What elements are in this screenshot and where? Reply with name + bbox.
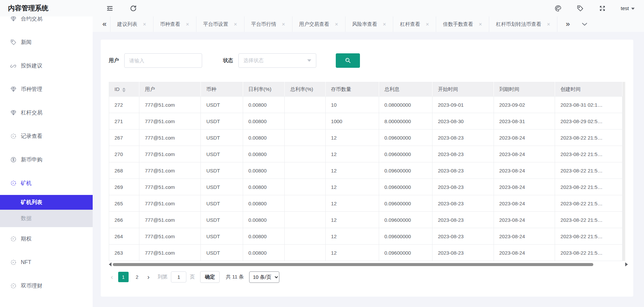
tab-close-icon[interactable]: ✕ [547,22,550,27]
tab-close-icon[interactable]: ✕ [478,22,482,27]
tab-平台币设置[interactable]: 平台币设置✕ [196,16,244,32]
tab-杠杆查看[interactable]: 杠杆查看✕ [393,16,436,32]
sidebar-item-label: 杠杆交易 [21,109,42,116]
sort-carets-icon[interactable] [122,88,126,92]
table-cell: 265 [109,195,139,212]
sidebar-subitem-矿机列表[interactable]: 矿机列表 [0,195,93,210]
column-header-开始时间: 开始时间 [432,82,494,97]
tab-平台币行情[interactable]: 平台币行情✕ [244,16,292,32]
column-header-创建时间: 创建时间 [555,82,623,97]
table-cell: 2023-08-24 [494,179,555,195]
sidebar-item-记录查看[interactable]: 记录查看 [0,124,93,148]
prev-page-button[interactable]: ‹ [109,273,117,281]
tab-风险率查看[interactable]: 风险率查看✕ [345,16,393,32]
page-button-2[interactable]: 2 [132,272,142,282]
search-button[interactable] [336,53,360,68]
table-cell: 2023-08-22 21:5… [555,245,623,261]
tab-close-icon[interactable]: ✕ [425,22,429,27]
page-size-select[interactable]: 10 条/页 [249,271,279,283]
column-header-用户: 用户 [139,82,201,97]
sidebar-item-双币理财[interactable]: 双币理财 [0,274,93,298]
tab-close-icon[interactable]: ✕ [335,22,338,27]
tab-close-icon[interactable]: ✕ [186,22,189,27]
sidebar-item-币种管理[interactable]: 币种管理 [0,78,93,101]
scrollbar-track[interactable] [113,263,624,266]
table-cell: 2023-08-23 [432,228,494,245]
table-cell: 2023-08-22 21:5… [555,195,623,212]
user-menu[interactable]: test [621,5,635,11]
main-area: « 建议列表✕币种查看✕平台币设置✕平台币行情✕用户交易查看✕风险率查看✕杠杆查… [93,16,644,307]
tab-close-icon[interactable]: ✕ [383,22,386,27]
table-cell: 12 [325,162,379,179]
vertical-scrollbar-gutter[interactable] [623,82,625,261]
goto-page-input[interactable] [171,271,186,283]
page-button-1[interactable]: 1 [118,272,129,282]
table-row: 263777@51.comUSDT0.00800120.096000002023… [109,245,623,261]
scroll-right-arrow-icon[interactable] [625,262,628,266]
tab-label: 杠杆币划转法币查看 [496,21,541,28]
column-header-到期时间: 到期时间 [494,82,555,97]
diamond-icon [10,86,17,93]
table-cell: 2023-08-23 [432,179,494,195]
table-row: 271777@51.comUSDT0.0080010008.0000000020… [109,113,623,130]
fullscreen-icon[interactable] [599,5,606,12]
sidebar-item-新闻[interactable]: 新闻 [0,31,93,54]
tab-币种查看[interactable]: 币种查看✕ [153,16,196,32]
table-cell: 0.00800 [243,97,284,113]
tabs-chevron-down-icon[interactable] [580,20,589,29]
tab-close-icon[interactable]: ✕ [143,22,146,27]
table-cell: 2023-08-24 [494,212,555,228]
scrollbar-thumb[interactable] [113,263,593,266]
tabs-scroll-left-icon[interactable]: « [99,20,110,28]
table-cell: 2023-08-24 [494,245,555,261]
horizontal-scrollbar [109,262,628,267]
table-cell [285,146,326,162]
sidebar-item-NFT[interactable]: NFT [0,251,93,274]
sidebar-collapse-icon[interactable] [106,5,113,12]
table-cell: USDT [201,146,243,162]
diamond-icon [10,16,17,22]
tabs-host: 建议列表✕币种查看✕平台币设置✕平台币行情✕用户交易查看✕风险率查看✕杠杆查看✕… [110,16,557,32]
next-page-button[interactable]: › [144,273,153,281]
table-cell [285,245,326,261]
sidebar-subitem-数据[interactable]: 数据 [0,210,93,227]
scroll-left-arrow-icon[interactable] [109,262,111,266]
table-cell [285,195,326,212]
tab-用户交易查看[interactable]: 用户交易查看✕ [292,16,345,32]
tab-建议列表[interactable]: 建议列表✕ [110,16,153,32]
sidebar-item-杠杆交易[interactable]: 杠杆交易 [0,101,93,124]
tab-close-icon[interactable]: ✕ [282,22,285,27]
table-cell: 0.00800 [243,130,284,146]
theme-palette-icon[interactable] [554,5,562,12]
user-filter-input[interactable] [124,53,202,68]
tabs-scroll-right-icon[interactable]: » [562,20,573,28]
table-cell: 268 [109,162,139,179]
tab-倍数手数查看[interactable]: 倍数手数查看✕ [436,16,489,32]
sidebar-item-矿机[interactable]: 矿机 [0,171,93,195]
tab-label: 用户交易查看 [299,21,329,28]
table-cell: USDT [201,212,243,228]
dollar-icon [10,156,17,163]
table-row: 268777@51.comUSDT0.00800120.096000002023… [109,162,623,179]
tab-label: 平台币设置 [203,21,228,28]
table-cell: 2023-08-23 [432,245,494,261]
tab-杠杆币划转法币查看[interactable]: 杠杆币划转法币查看✕ [489,16,557,32]
goto-confirm-button[interactable]: 确定 [200,271,220,283]
sidebar-item-期权[interactable]: 期权 [0,227,93,251]
sidebar-item-新币申购[interactable]: 新币申购 [0,148,93,171]
table-cell: 0.09600000 [379,245,432,261]
tab-close-icon[interactable]: ✕ [234,22,237,27]
sidebar-item-投拆建议[interactable]: 投拆建议 [0,54,93,78]
tabs-right-controls: » [557,16,589,32]
sidebar-item-合约交易[interactable]: 合约交易 [0,16,93,31]
column-header-ID[interactable]: ID [109,82,139,97]
table-cell [285,212,326,228]
table-cell: 777@51.com [139,130,201,146]
refresh-icon[interactable] [130,5,137,12]
status-filter-select[interactable]: 选择状态 [238,53,316,68]
caret-down-icon [631,8,635,10]
tag-icon[interactable] [577,5,584,12]
table-cell: 12 [325,228,379,245]
table-cell: 777@51.com [139,195,201,212]
table-cell: 272 [109,97,139,113]
